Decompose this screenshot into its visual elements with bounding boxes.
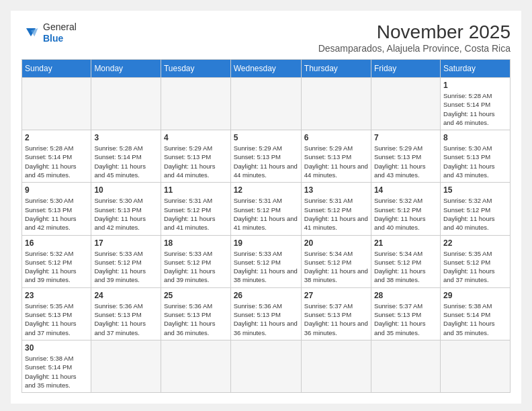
- day-number: 1: [443, 81, 507, 90]
- calendar-day-cell: 14Sunrise: 5:32 AM Sunset: 5:12 PM Dayli…: [371, 183, 440, 235]
- calendar-day-cell: 26Sunrise: 5:36 AM Sunset: 5:13 PM Dayli…: [230, 287, 301, 340]
- day-number: 28: [374, 291, 437, 300]
- day-number: 23: [25, 291, 88, 300]
- day-sun-info: Sunrise: 5:38 AM Sunset: 5:14 PM Dayligh…: [25, 354, 88, 390]
- day-number: 3: [94, 133, 158, 142]
- day-number: 30: [25, 343, 88, 353]
- calendar-day-cell: [301, 340, 371, 392]
- weekday-header: Friday: [371, 60, 440, 78]
- weekday-header: Wednesday: [230, 60, 301, 78]
- day-sun-info: Sunrise: 5:31 AM Sunset: 5:12 PM Dayligh…: [304, 196, 368, 232]
- day-sun-info: Sunrise: 5:30 AM Sunset: 5:13 PM Dayligh…: [443, 144, 507, 179]
- day-number: 25: [164, 291, 228, 300]
- calendar-day-cell: 20Sunrise: 5:34 AM Sunset: 5:12 PM Dayli…: [301, 235, 371, 287]
- calendar-day-cell: 16Sunrise: 5:32 AM Sunset: 5:12 PM Dayli…: [22, 235, 91, 287]
- calendar-day-cell: 22Sunrise: 5:35 AM Sunset: 5:12 PM Dayli…: [441, 235, 511, 287]
- calendar-day-cell: 28Sunrise: 5:37 AM Sunset: 5:13 PM Dayli…: [371, 287, 440, 340]
- calendar-day-cell: 10Sunrise: 5:30 AM Sunset: 5:13 PM Dayli…: [91, 183, 161, 235]
- day-number: 19: [234, 238, 298, 248]
- day-sun-info: Sunrise: 5:28 AM Sunset: 5:14 PM Dayligh…: [94, 144, 158, 179]
- calendar-day-cell: 8Sunrise: 5:30 AM Sunset: 5:13 PM Daylig…: [441, 130, 511, 183]
- day-number: 9: [25, 185, 88, 195]
- day-sun-info: Sunrise: 5:29 AM Sunset: 5:13 PM Dayligh…: [234, 144, 298, 179]
- logo-text: General Blue: [43, 21, 77, 44]
- day-number: 7: [374, 133, 437, 142]
- calendar-day-cell: [441, 340, 511, 392]
- day-number: 26: [234, 291, 298, 300]
- day-number: 14: [374, 185, 437, 195]
- day-number: 11: [164, 185, 228, 195]
- day-number: 16: [25, 238, 88, 248]
- logo-blue: Blue: [43, 33, 63, 44]
- calendar-day-cell: [22, 78, 91, 130]
- day-number: 29: [443, 291, 507, 300]
- day-sun-info: Sunrise: 5:28 AM Sunset: 5:14 PM Dayligh…: [25, 144, 88, 179]
- day-number: 4: [164, 133, 228, 142]
- day-number: 21: [374, 238, 437, 248]
- calendar-day-cell: [230, 340, 301, 392]
- day-number: 12: [234, 185, 298, 195]
- calendar-day-cell: 23Sunrise: 5:35 AM Sunset: 5:13 PM Dayli…: [22, 287, 91, 340]
- calendar-day-cell: [91, 78, 161, 130]
- day-sun-info: Sunrise: 5:35 AM Sunset: 5:12 PM Dayligh…: [443, 249, 507, 285]
- logo-icon: [21, 24, 40, 42]
- day-sun-info: Sunrise: 5:31 AM Sunset: 5:12 PM Dayligh…: [164, 196, 228, 232]
- calendar-day-cell: 30Sunrise: 5:38 AM Sunset: 5:14 PM Dayli…: [22, 340, 91, 392]
- calendar-week-row: 9Sunrise: 5:30 AM Sunset: 5:13 PM Daylig…: [22, 183, 511, 235]
- calendar-day-cell: 17Sunrise: 5:33 AM Sunset: 5:12 PM Dayli…: [91, 235, 161, 287]
- month-title: November 2025: [318, 21, 511, 43]
- day-sun-info: Sunrise: 5:35 AM Sunset: 5:13 PM Dayligh…: [25, 302, 88, 337]
- calendar-day-cell: 13Sunrise: 5:31 AM Sunset: 5:12 PM Dayli…: [301, 183, 371, 235]
- calendar-week-row: 2Sunrise: 5:28 AM Sunset: 5:14 PM Daylig…: [22, 130, 511, 183]
- calendar-day-cell: [230, 78, 301, 130]
- calendar-day-cell: 29Sunrise: 5:38 AM Sunset: 5:14 PM Dayli…: [441, 287, 511, 340]
- calendar-day-cell: 3Sunrise: 5:28 AM Sunset: 5:14 PM Daylig…: [91, 130, 161, 183]
- calendar-day-cell: 2Sunrise: 5:28 AM Sunset: 5:14 PM Daylig…: [22, 130, 91, 183]
- calendar-day-cell: 12Sunrise: 5:31 AM Sunset: 5:12 PM Dayli…: [230, 183, 301, 235]
- day-sun-info: Sunrise: 5:33 AM Sunset: 5:12 PM Dayligh…: [234, 249, 298, 285]
- day-sun-info: Sunrise: 5:34 AM Sunset: 5:12 PM Dayligh…: [304, 249, 368, 285]
- calendar-week-row: 16Sunrise: 5:32 AM Sunset: 5:12 PM Dayli…: [22, 235, 511, 287]
- day-number: 15: [443, 185, 507, 195]
- day-sun-info: Sunrise: 5:33 AM Sunset: 5:12 PM Dayligh…: [164, 249, 228, 285]
- calendar-day-cell: [301, 78, 371, 130]
- day-sun-info: Sunrise: 5:36 AM Sunset: 5:13 PM Dayligh…: [164, 302, 228, 337]
- day-sun-info: Sunrise: 5:38 AM Sunset: 5:14 PM Dayligh…: [443, 302, 507, 337]
- day-number: 17: [94, 238, 158, 248]
- weekday-header: Thursday: [301, 60, 371, 78]
- calendar-day-cell: [161, 78, 230, 130]
- day-sun-info: Sunrise: 5:29 AM Sunset: 5:13 PM Dayligh…: [304, 144, 368, 179]
- calendar-day-cell: 5Sunrise: 5:29 AM Sunset: 5:13 PM Daylig…: [230, 130, 301, 183]
- calendar-week-row: 23Sunrise: 5:35 AM Sunset: 5:13 PM Dayli…: [22, 287, 511, 340]
- day-number: 10: [94, 185, 158, 195]
- calendar-day-cell: [91, 340, 161, 392]
- day-number: 24: [94, 291, 158, 300]
- weekday-header: Monday: [91, 60, 161, 78]
- calendar-week-row: 30Sunrise: 5:38 AM Sunset: 5:14 PM Dayli…: [22, 340, 511, 392]
- title-area: November 2025 Desamparados, Alajuela Pro…: [318, 21, 511, 54]
- day-number: 13: [304, 185, 368, 195]
- logo: General Blue: [21, 21, 77, 44]
- calendar-day-cell: 27Sunrise: 5:37 AM Sunset: 5:13 PM Dayli…: [301, 287, 371, 340]
- calendar-day-cell: 11Sunrise: 5:31 AM Sunset: 5:12 PM Dayli…: [161, 183, 230, 235]
- day-sun-info: Sunrise: 5:31 AM Sunset: 5:12 PM Dayligh…: [234, 196, 298, 232]
- calendar-table: SundayMondayTuesdayWednesdayThursdayFrid…: [21, 59, 511, 393]
- day-number: 22: [443, 238, 507, 248]
- day-sun-info: Sunrise: 5:30 AM Sunset: 5:13 PM Dayligh…: [25, 196, 88, 232]
- day-number: 5: [234, 133, 298, 142]
- calendar-day-cell: 9Sunrise: 5:30 AM Sunset: 5:13 PM Daylig…: [22, 183, 91, 235]
- day-sun-info: Sunrise: 5:30 AM Sunset: 5:13 PM Dayligh…: [94, 196, 158, 232]
- day-number: 18: [164, 238, 228, 248]
- weekday-header-row: SundayMondayTuesdayWednesdayThursdayFrid…: [22, 60, 511, 78]
- calendar-day-cell: 4Sunrise: 5:29 AM Sunset: 5:13 PM Daylig…: [161, 130, 230, 183]
- day-sun-info: Sunrise: 5:36 AM Sunset: 5:13 PM Dayligh…: [234, 302, 298, 337]
- calendar-day-cell: 7Sunrise: 5:29 AM Sunset: 5:13 PM Daylig…: [371, 130, 440, 183]
- day-number: 2: [25, 133, 88, 142]
- day-sun-info: Sunrise: 5:37 AM Sunset: 5:13 PM Dayligh…: [304, 302, 368, 337]
- weekday-header: Saturday: [441, 60, 511, 78]
- calendar-day-cell: 19Sunrise: 5:33 AM Sunset: 5:12 PM Dayli…: [230, 235, 301, 287]
- day-sun-info: Sunrise: 5:32 AM Sunset: 5:12 PM Dayligh…: [443, 196, 507, 232]
- calendar-page: General Blue November 2025 Desamparados,…: [11, 11, 521, 404]
- calendar-day-cell: [371, 78, 440, 130]
- calendar-day-cell: 6Sunrise: 5:29 AM Sunset: 5:13 PM Daylig…: [301, 130, 371, 183]
